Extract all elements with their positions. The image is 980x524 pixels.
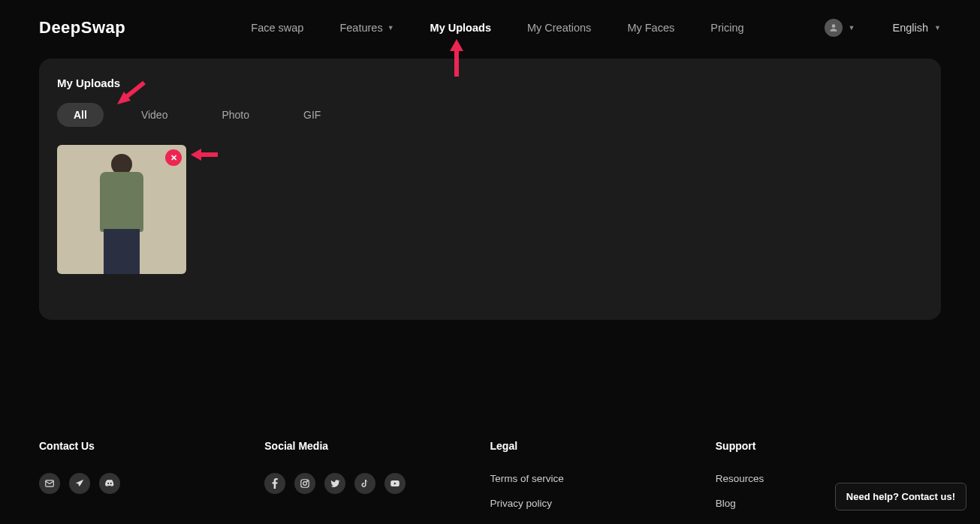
footer-support-title: Support — [716, 440, 941, 452]
nav-my-creations[interactable]: My Creations — [527, 22, 591, 34]
tab-photo[interactable]: Photo — [205, 103, 266, 127]
chevron-down-icon: ▼ — [849, 24, 855, 32]
tab-video[interactable]: Video — [125, 103, 185, 127]
user-avatar-icon — [825, 19, 843, 37]
contact-icons — [39, 473, 264, 494]
thumbnail-image — [95, 154, 148, 274]
privacy-link[interactable]: Privacy policy — [490, 498, 716, 509]
nav-pricing[interactable]: Pricing — [710, 22, 743, 34]
svg-point-3 — [303, 482, 307, 486]
nav-face-swap[interactable]: Face swap — [251, 22, 303, 34]
delete-button[interactable]: ✕ — [165, 149, 182, 166]
nav-features-label: Features — [339, 22, 382, 34]
chevron-down-icon: ▼ — [387, 24, 394, 32]
svg-point-0 — [831, 24, 835, 28]
help-button[interactable]: Need help? Contact us! — [835, 483, 966, 510]
social-icons — [264, 473, 490, 494]
facebook-icon[interactable] — [264, 473, 285, 494]
uploads-gallery: ✕ — [57, 145, 923, 274]
footer-contact: Contact Us — [39, 440, 264, 524]
youtube-icon[interactable] — [384, 473, 406, 494]
twitter-icon[interactable] — [324, 473, 345, 494]
user-menu[interactable]: ▼ — [825, 19, 855, 37]
tab-all[interactable]: All — [57, 103, 104, 127]
language-selector[interactable]: English ▼ — [893, 22, 941, 34]
header-right: ▼ English ▼ — [825, 19, 941, 37]
nav-features[interactable]: Features ▼ — [339, 22, 394, 34]
close-icon: ✕ — [170, 153, 177, 163]
nav-my-faces[interactable]: My Faces — [627, 22, 674, 34]
legal-links: Terms of service Privacy policy Refund p… — [490, 473, 716, 524]
filter-tabs: All Video Photo GIF — [57, 103, 923, 127]
discord-icon[interactable] — [99, 473, 120, 494]
telegram-icon[interactable] — [69, 473, 90, 494]
footer-legal: Legal Terms of service Privacy policy Re… — [490, 440, 716, 524]
chevron-down-icon: ▼ — [934, 24, 941, 32]
uploads-panel: My Uploads All Video Photo GIF ✕ — [39, 59, 941, 320]
footer-contact-title: Contact Us — [39, 440, 264, 452]
svg-point-4 — [307, 480, 308, 481]
main-nav: Face swap Features ▼ My Uploads My Creat… — [251, 22, 743, 34]
upload-thumbnail[interactable]: ✕ — [57, 145, 186, 274]
footer-social-title: Social Media — [264, 440, 490, 452]
footer-legal-title: Legal — [490, 440, 716, 452]
email-icon[interactable] — [39, 473, 60, 494]
tos-link[interactable]: Terms of service — [490, 473, 716, 484]
footer: Contact Us Social Media Legal Terms of s… — [0, 320, 980, 524]
nav-my-uploads[interactable]: My Uploads — [430, 22, 491, 34]
page-title: My Uploads — [57, 77, 923, 89]
footer-support: Support Resources Blog API — [716, 440, 941, 524]
footer-social: Social Media — [264, 440, 490, 524]
header: DeepSwap Face swap Features ▼ My Uploads… — [0, 0, 980, 56]
instagram-icon[interactable] — [294, 473, 315, 494]
tab-gif[interactable]: GIF — [287, 103, 337, 127]
language-label: English — [893, 22, 929, 34]
logo[interactable]: DeepSwap — [39, 18, 125, 38]
tiktok-icon[interactable] — [354, 473, 375, 494]
